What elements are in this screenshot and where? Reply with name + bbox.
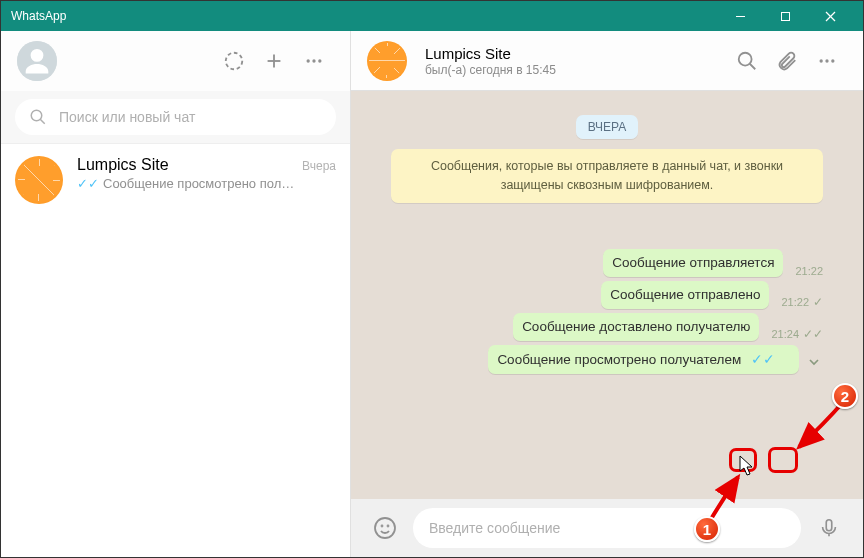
chat-item-preview: Сообщение просмотрено пол…: [103, 176, 294, 191]
read-ticks-icon: ✓✓: [77, 176, 99, 191]
chat-item-time: Вчера: [302, 159, 336, 173]
message-row: Сообщение просмотрено получателем ✓✓: [391, 345, 823, 374]
svg-point-17: [375, 518, 395, 538]
svg-point-12: [739, 52, 752, 65]
message-input[interactable]: [429, 520, 785, 536]
chat-list-item[interactable]: Lumpics Site Вчера ✓✓ Сообщение просмотр…: [1, 144, 350, 216]
message-meta: 21:22✓: [781, 295, 823, 309]
emoji-icon[interactable]: [365, 508, 405, 548]
svg-point-4: [226, 53, 243, 70]
message-bubble[interactable]: Сообщение доставлено получателю: [513, 313, 759, 341]
search-box[interactable]: [15, 99, 336, 135]
message-input-wrapper[interactable]: [413, 508, 801, 548]
svg-point-15: [825, 59, 828, 62]
day-separator: ВЧЕРА: [391, 117, 823, 135]
svg-rect-1: [782, 12, 790, 20]
message-bubble[interactable]: Сообщение просмотрено получателем ✓✓: [488, 345, 799, 374]
message-meta: 21:24✓✓: [771, 327, 823, 341]
minimize-button[interactable]: [718, 11, 763, 22]
message-text: Сообщение доставлено получателю: [522, 319, 750, 334]
chat-header-info[interactable]: Lumpics Site был(-а) сегодня в 15:45: [425, 45, 727, 77]
svg-point-19: [388, 526, 389, 527]
search-in-chat-icon[interactable]: [727, 41, 767, 81]
svg-line-11: [40, 119, 45, 124]
message-row: Сообщение отправлено 21:22✓: [391, 281, 823, 309]
message-row: Сообщение отправляется 21:22: [391, 249, 823, 277]
app-body: Lumpics Site Вчера ✓✓ Сообщение просмотр…: [1, 31, 863, 557]
maximize-button[interactable]: [763, 11, 808, 22]
new-chat-icon[interactable]: [254, 41, 294, 81]
messages-area: ВЧЕРА Сообщения, которые вы отправляете …: [351, 91, 863, 499]
search-icon: [29, 108, 47, 126]
search-input[interactable]: [59, 109, 322, 125]
search-row: [1, 91, 350, 144]
input-bar: [351, 499, 863, 557]
message-text: Сообщение отправлено: [610, 287, 760, 302]
message-text: Сообщение отправляется: [612, 255, 774, 270]
sidebar-header: [1, 31, 350, 91]
message-text: Сообщение просмотрено получателем: [497, 352, 741, 367]
message-bubble[interactable]: Сообщение отправлено: [601, 281, 769, 309]
read-ticks-icon: ✓✓: [751, 352, 775, 367]
svg-point-9: [318, 59, 321, 62]
encryption-notice: Сообщения, которые вы отправляете в данн…: [391, 149, 823, 203]
svg-point-10: [31, 110, 42, 121]
chat-header-name: Lumpics Site: [425, 45, 727, 62]
my-avatar[interactable]: [17, 41, 57, 81]
mic-icon[interactable]: [809, 508, 849, 548]
chat-item-body: Lumpics Site Вчера ✓✓ Сообщение просмотр…: [77, 156, 336, 204]
svg-point-18: [382, 526, 383, 527]
sidebar: Lumpics Site Вчера ✓✓ Сообщение просмотр…: [1, 31, 351, 557]
chat-item-name: Lumpics Site: [77, 156, 169, 174]
message-row: Сообщение доставлено получателю 21:24✓✓: [391, 313, 823, 341]
app-window: WhatsApp: [0, 0, 864, 558]
single-tick-icon: ✓: [813, 295, 823, 309]
chat-avatar: [15, 156, 63, 204]
svg-rect-20: [826, 520, 832, 531]
message-meta: 21:22: [795, 265, 823, 277]
chat-list: Lumpics Site Вчера ✓✓ Сообщение просмотр…: [1, 144, 350, 557]
svg-point-16: [831, 59, 834, 62]
message-bubble[interactable]: Сообщение отправляется: [603, 249, 783, 277]
window-title: WhatsApp: [11, 9, 718, 23]
double-tick-icon: ✓✓: [803, 327, 823, 341]
chat-header-avatar[interactable]: [367, 41, 407, 81]
titlebar: WhatsApp: [1, 1, 863, 31]
attach-icon[interactable]: [767, 41, 807, 81]
chat-header: Lumpics Site был(-а) сегодня в 15:45: [351, 31, 863, 91]
message-menu-chevron-icon[interactable]: [805, 354, 823, 374]
chat-menu-icon[interactable]: [807, 41, 847, 81]
close-button[interactable]: [808, 11, 853, 22]
svg-line-13: [750, 63, 756, 69]
svg-point-14: [820, 59, 823, 62]
svg-point-8: [312, 59, 315, 62]
menu-icon[interactable]: [294, 41, 334, 81]
svg-point-7: [307, 59, 310, 62]
chat-header-status: был(-а) сегодня в 15:45: [425, 63, 727, 77]
status-icon[interactable]: [214, 41, 254, 81]
chat-pane: Lumpics Site был(-а) сегодня в 15:45 ВЧЕ…: [351, 31, 863, 557]
